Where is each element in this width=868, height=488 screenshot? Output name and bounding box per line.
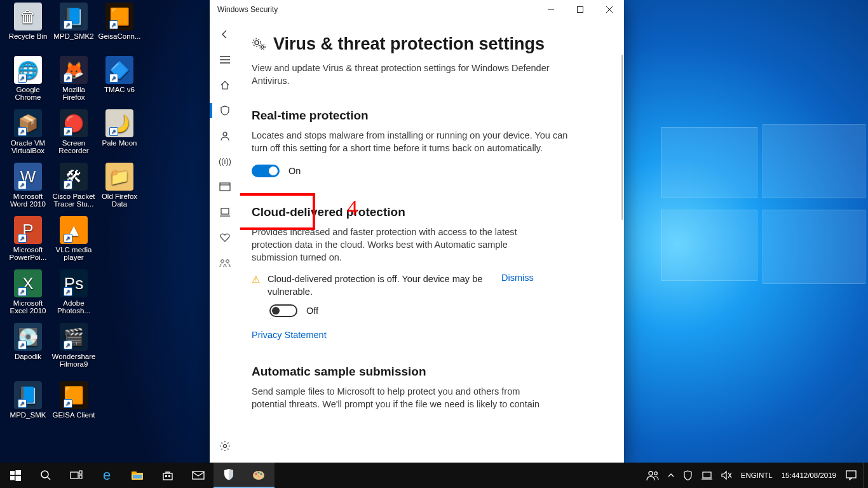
desktop-icon-label: Old Firefox Data [97,193,142,208]
nav-device-performance[interactable] [210,225,240,250]
desktop-icon[interactable]: 🌐↗Google Chrome [5,56,51,101]
desktop-icon[interactable]: W↗Microsoft Word 2010 [5,163,51,208]
desktop-icon[interactable]: 🎬↗Wondershare Filmora9 [51,323,97,368]
svg-point-13 [221,260,224,263]
tray-network-icon[interactable] [697,463,717,488]
close-button[interactable] [595,0,624,19]
cloud-desc: Provides increased and faster protection… [252,226,531,264]
desktop-icon-label: Google Chrome [5,86,51,101]
svg-point-39 [260,473,262,475]
svg-point-14 [226,260,229,263]
desktop-icon[interactable]: P↗Microsoft PowerPoi... [5,216,51,261]
menu-button[interactable] [210,47,240,72]
realtime-toggle-label: On [288,166,301,176]
desktop-icon[interactable]: 🔷↗TMAC v6 [97,56,142,93]
windows-security-window: Windows Security [210,0,624,463]
tray-overflow[interactable] [663,463,679,488]
desktop-icon-label: GEISA Client [51,411,97,419]
tray-notifications[interactable] [841,463,861,488]
svg-point-15 [224,445,227,448]
desktop-icon-label: Mozilla Firefox [51,86,97,101]
taskbar-paint[interactable] [244,463,275,488]
desktop-icon[interactable]: X↗Microsoft Excel 2010 [5,269,51,315]
desktop-icon-label: Oracle VM VirtualBox [5,139,51,154]
taskview-button[interactable] [61,463,92,488]
system-tray: ENG INTL 15:44 12/08/2019 [642,463,868,488]
content-area: Virus & threat protection settings View … [240,19,624,463]
tray-clock[interactable]: 15:44 12/08/2019 [776,463,841,488]
desktop-icon-label: MPD_SMK2 [51,32,97,40]
nav-home[interactable] [210,72,240,98]
desktop-icon[interactable]: 🟧↗GeisaConn... [97,3,142,40]
desktop-icon[interactable]: 💽↗Dapodik [5,323,51,360]
nav-virus-threat[interactable] [210,98,240,123]
desktop-icon-label: Screen Recorder [51,139,97,154]
desktop-icon[interactable]: 🗑Recycle Bin [5,3,51,40]
search-button[interactable] [31,463,61,488]
svg-rect-35 [193,471,204,479]
desktop-icon[interactable]: ▲↗VLC media player [51,216,97,261]
desktop-icon-label: Microsoft Word 2010 [5,193,51,208]
page-subtitle: View and update Virus & threat protectio… [252,62,582,87]
svg-rect-43 [703,472,711,478]
nav-account[interactable] [210,123,240,149]
settings-gears-icon [252,37,267,51]
svg-rect-31 [133,475,142,478]
window-title: Windows Security [217,5,278,14]
taskbar-mail[interactable] [183,463,214,488]
desktop-icon-label: Dapodik [5,353,51,360]
svg-rect-47 [846,471,856,478]
svg-rect-32 [163,473,172,480]
privacy-link[interactable]: Privacy Statement [252,330,327,340]
cloud-toggle-label: Off [306,306,318,316]
taskbar-store[interactable] [153,463,183,488]
taskbar-explorer[interactable] [122,463,153,488]
maximize-button[interactable] [566,0,595,19]
desktop-icon[interactable]: 📦↗Oracle VM VirtualBox [5,109,51,154]
desktop-icon[interactable]: 🛠↗Cisco Packet Tracer Stu... [51,163,97,208]
tray-people[interactable] [642,463,663,488]
svg-point-19 [260,44,265,49]
auto-heading: Automatic sample submission [252,365,599,379]
minimize-button[interactable] [536,0,566,19]
svg-rect-9 [220,183,230,191]
page-title: Virus & threat protection settings [273,34,545,54]
desktop-icon[interactable]: 🌙↗Pale Moon [97,109,142,147]
realtime-heading: Real-time protection [252,109,599,123]
desktop-icon[interactable]: 📘↗MPD_SMK2 [51,3,97,40]
nav-device-security[interactable] [210,200,240,225]
dismiss-link[interactable]: Dismiss [501,273,534,283]
titlebar[interactable]: Windows Security [210,0,624,19]
svg-rect-26 [71,472,78,478]
desktop-icon-label: GeisaConn... [97,32,142,40]
desktop-icon[interactable]: Ps↗Adobe Photosh... [51,269,97,315]
tray-volume-icon[interactable] [717,463,737,488]
desktop-icon[interactable]: 🟧↗GEISA Client [51,381,97,419]
svg-point-37 [255,473,257,475]
svg-point-40 [257,475,259,477]
desktop-icon[interactable]: 📘↗MPD_SMK [5,381,51,419]
tray-language[interactable]: ENG INTL [737,463,776,488]
realtime-desc: Locates and stops malware from installin… [252,129,569,154]
back-button[interactable] [210,22,240,47]
cloud-toggle[interactable] [269,304,297,317]
scrollbar[interactable] [621,55,623,220]
nav-family[interactable] [210,250,240,276]
nav-settings[interactable] [210,433,240,459]
start-button[interactable] [0,463,31,488]
tray-security-icon[interactable] [679,463,697,488]
svg-point-38 [257,471,259,473]
taskbar-edge[interactable]: e [92,463,122,488]
desktop-icon[interactable]: 📁Old Firefox Data [97,163,142,208]
svg-point-7 [223,132,227,136]
show-desktop-button[interactable] [864,463,868,488]
realtime-toggle[interactable] [252,165,280,177]
taskbar-windows-security[interactable] [214,463,244,488]
desktop-icon[interactable]: 🔴↗Screen Recorder [51,109,97,154]
desktop-icon-label: VLC media player [51,246,97,261]
nav-app-browser[interactable] [210,174,240,200]
desktop-icon-label: TMAC v6 [97,86,142,93]
svg-point-17 [253,39,261,46]
nav-firewall[interactable]: ((ı)) [210,149,240,174]
desktop-icon[interactable]: 🦊↗Mozilla Firefox [51,56,97,101]
